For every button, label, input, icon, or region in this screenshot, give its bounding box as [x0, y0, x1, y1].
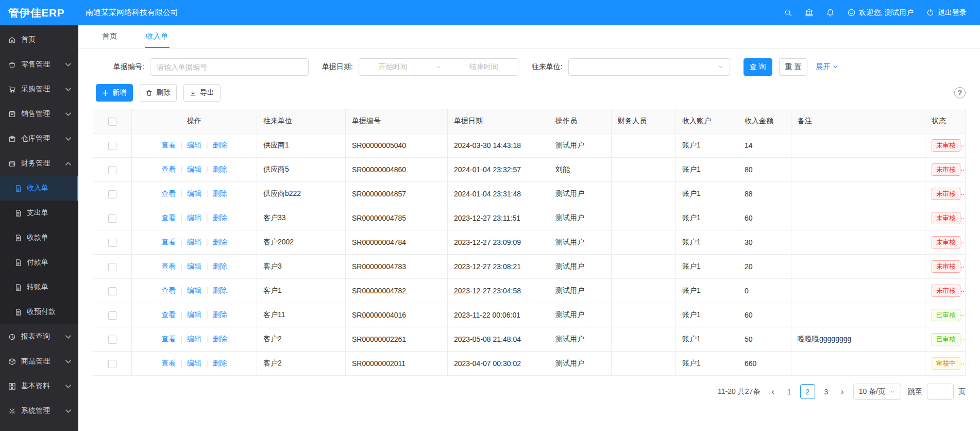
edit-link[interactable]: 编辑: [187, 189, 201, 197]
edit-link[interactable]: 编辑: [187, 310, 201, 319]
edit-link[interactable]: 编辑: [187, 262, 201, 270]
page-content: 单据编号: 单据日期: 开始时间 ~ 结束时间 往来单位:: [78, 48, 980, 400]
row-checkbox[interactable]: [108, 214, 116, 223]
sidebar-item-finance[interactable]: 财务管理: [0, 151, 78, 176]
partner-select[interactable]: [568, 58, 730, 76]
sidebar-subitem-transfer-bill[interactable]: 转账单: [0, 275, 78, 300]
prev-page-button[interactable]: ‹: [769, 387, 777, 396]
bell-icon[interactable]: [826, 8, 835, 17]
delete-link[interactable]: 删除: [213, 286, 227, 294]
delete-link[interactable]: 删除: [213, 165, 227, 173]
row-checkbox[interactable]: [108, 336, 116, 344]
view-link[interactable]: 查看: [161, 213, 176, 222]
sidebar-subitem-receipt-bill[interactable]: 收款单: [0, 225, 78, 250]
logout-button[interactable]: 退出登录: [926, 8, 967, 18]
table-row: 查看|编辑|删除供应商b222SR000000048572024-01-04 2…: [93, 182, 966, 206]
sidebar-item-warehouse[interactable]: 仓库管理: [0, 126, 78, 151]
cell-bill-no: SR00000004782: [346, 279, 448, 303]
pagination-total: 11-20 共27条: [718, 387, 760, 396]
jump-page-input[interactable]: [927, 384, 954, 400]
next-page-button[interactable]: ›: [838, 387, 847, 396]
top-header: 管伊佳ERP 南通某某网络科技有限公司 欢迎您, 测试用户 退出登录: [0, 0, 980, 25]
delete-link[interactable]: 删除: [213, 262, 227, 270]
edit-link[interactable]: 编辑: [187, 213, 201, 222]
export-button[interactable]: 导出: [183, 84, 221, 102]
cell-bill-date: 2024-01-04 23:32:57: [448, 158, 549, 182]
edit-link[interactable]: 编辑: [187, 286, 201, 294]
page-button-3[interactable]: 3: [819, 384, 834, 399]
search-button[interactable]: 查 询: [744, 58, 772, 76]
sidebar-item-retail[interactable]: 零售管理: [0, 52, 78, 77]
view-link[interactable]: 查看: [161, 286, 176, 294]
delete-link[interactable]: 删除: [213, 189, 227, 197]
cell-income-account: 账户1: [676, 182, 738, 206]
sidebar-item-system[interactable]: 系统管理: [0, 399, 78, 423]
page-button-2[interactable]: 2: [800, 384, 815, 399]
row-checkbox[interactable]: [108, 190, 116, 198]
view-link[interactable]: 查看: [161, 359, 176, 367]
delete-link[interactable]: 删除: [213, 141, 227, 149]
bill-no-input[interactable]: [150, 58, 309, 76]
sidebar-subitem-expense-bill[interactable]: 支出单: [0, 201, 78, 225]
view-link[interactable]: 查看: [161, 238, 176, 246]
select-all-checkbox[interactable]: [108, 118, 116, 126]
cell-bill-date: 2023-04-07 00:30:02: [448, 352, 549, 376]
cell-operator: 测试用户: [549, 352, 612, 376]
search-icon[interactable]: [784, 8, 792, 17]
cell-operator: 测试用户: [549, 182, 612, 206]
view-link[interactable]: 查看: [161, 165, 176, 173]
sidebar-item-basic[interactable]: 基本资料: [0, 374, 78, 399]
sidebar-subitem-income-bill[interactable]: 收入单: [0, 176, 78, 201]
sidebar-item-goods[interactable]: 商品管理: [0, 349, 78, 374]
delete-link[interactable]: 删除: [213, 238, 227, 246]
view-link[interactable]: 查看: [161, 189, 176, 197]
delete-link[interactable]: 删除: [213, 213, 227, 222]
welcome-user[interactable]: 欢迎您, 测试用户: [847, 8, 914, 18]
edit-link[interactable]: 编辑: [187, 141, 201, 149]
sidebar-subitem-prepaid-bill[interactable]: 收预付款: [0, 300, 78, 324]
table-row: 查看|编辑|删除供应商5SR000000048602024-01-04 23:3…: [93, 158, 966, 182]
row-checkbox[interactable]: [108, 239, 116, 247]
chevron-down-icon: [64, 86, 72, 93]
delete-link[interactable]: 删除: [213, 335, 227, 343]
edit-link[interactable]: 编辑: [187, 359, 201, 367]
cell-checkbox: [93, 182, 132, 206]
sidebar-item-label: 首页: [21, 35, 36, 44]
view-link[interactable]: 查看: [161, 262, 176, 270]
sidebar-item-purchase[interactable]: 采购管理: [0, 77, 78, 102]
row-checkbox[interactable]: [108, 166, 116, 174]
page-size-select[interactable]: 10 条/页: [853, 384, 901, 400]
cell-finance-staff: [612, 303, 676, 327]
delete-link[interactable]: 删除: [213, 359, 227, 367]
row-checkbox[interactable]: [108, 360, 116, 368]
row-checkbox[interactable]: [108, 287, 116, 295]
delete-button-label: 删除: [156, 88, 171, 97]
row-checkbox[interactable]: [108, 263, 116, 271]
edit-link[interactable]: 编辑: [187, 238, 201, 246]
add-button[interactable]: 新增: [96, 84, 133, 102]
sidebar-item-report[interactable]: 报表查询: [0, 324, 78, 349]
cell-income-amount: 660: [738, 352, 791, 376]
page-button-1[interactable]: 1: [782, 384, 797, 399]
view-link[interactable]: 查看: [161, 335, 176, 343]
row-checkbox[interactable]: [108, 142, 116, 150]
edit-link[interactable]: 编辑: [187, 335, 201, 343]
tab-home[interactable]: 首页: [101, 25, 118, 48]
view-link[interactable]: 查看: [161, 141, 176, 149]
sidebar-item-home[interactable]: 首页: [0, 27, 78, 52]
sidebar-subitem-payment-bill[interactable]: 付款单: [0, 250, 78, 275]
view-link[interactable]: 查看: [161, 310, 176, 319]
row-checkbox[interactable]: [108, 311, 116, 320]
sidebar-item-sales[interactable]: 销售管理: [0, 102, 78, 126]
cell-actions: 查看|编辑|删除: [132, 230, 257, 255]
reset-button[interactable]: 重 置: [779, 58, 808, 76]
delete-button[interactable]: 删除: [140, 84, 177, 102]
date-range-picker[interactable]: 开始时间 ~ 结束时间: [359, 58, 518, 76]
table-header-row: 操作往来单位单据编号单据日期操作员财务人员收入账户收入金额备注状态: [93, 109, 966, 134]
help-icon[interactable]: ?: [954, 87, 966, 98]
delete-link[interactable]: 删除: [213, 310, 227, 319]
tab-income-bill[interactable]: 收入单: [145, 25, 170, 48]
org-icon[interactable]: [805, 8, 814, 17]
edit-link[interactable]: 编辑: [187, 165, 201, 173]
expand-link[interactable]: 展开: [816, 62, 838, 72]
